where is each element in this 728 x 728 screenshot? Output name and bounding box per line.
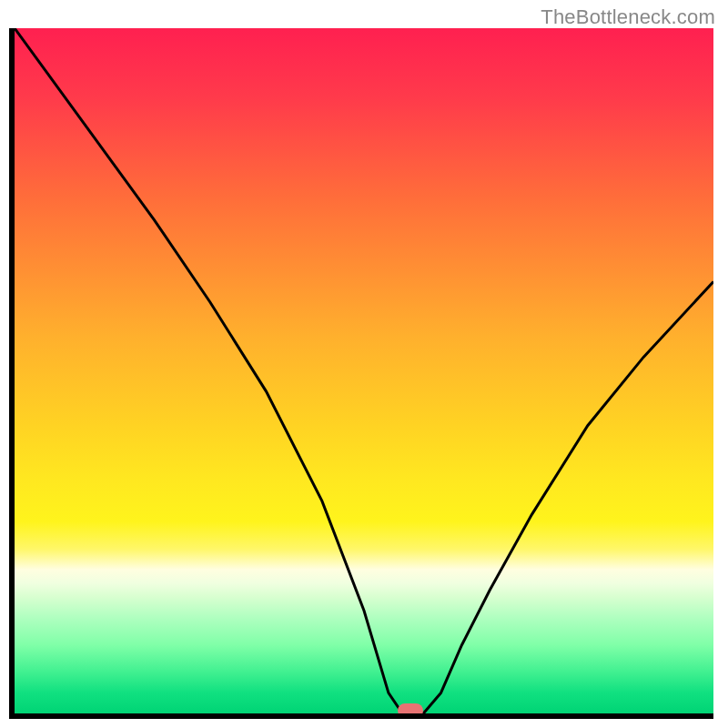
bottleneck-chart: TheBottleneck.com bbox=[0, 0, 728, 728]
watermark-text: TheBottleneck.com bbox=[541, 5, 715, 29]
x-axis bbox=[9, 713, 713, 719]
severity-gradient-background bbox=[15, 28, 713, 713]
plot-area bbox=[15, 28, 713, 713]
y-axis bbox=[9, 28, 15, 713]
